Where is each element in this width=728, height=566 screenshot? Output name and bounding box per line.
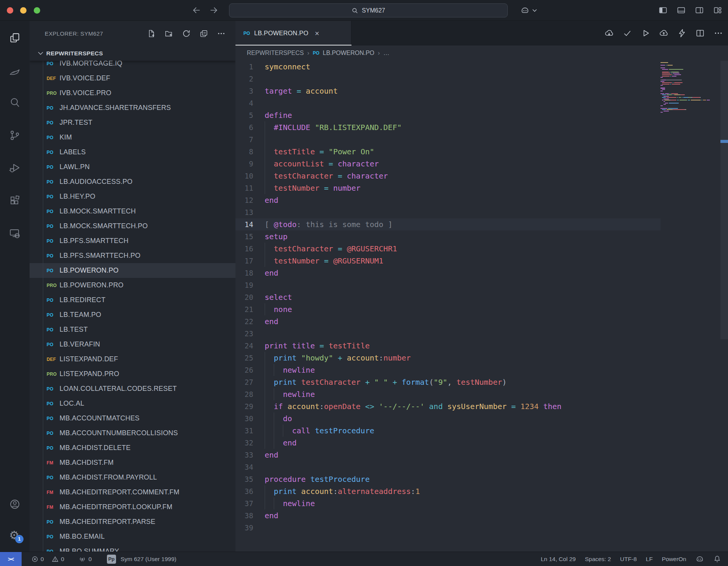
tree-item[interactable]: POLB.AUDIOACCESS.PO <box>30 174 235 189</box>
tree-item[interactable]: POLB.PFS.SMARTTECH.PO <box>30 248 235 263</box>
code-line[interactable]: 15setup <box>235 230 661 243</box>
tree-item[interactable]: DEFIVB.VOICE.DEF <box>30 71 235 86</box>
code-line[interactable]: 13 <box>235 206 661 218</box>
tree-item[interactable]: POMB.BO.EMAIL <box>30 529 235 544</box>
code-line[interactable]: 32end <box>235 437 661 449</box>
code-line[interactable]: 1symconnect <box>235 61 661 73</box>
problems-status[interactable]: 0 0 <box>31 556 64 563</box>
more-actions-icon[interactable] <box>714 28 723 38</box>
cloud-download-icon[interactable] <box>604 28 614 38</box>
tree-item[interactable]: POLB.POWERON.PO <box>30 263 235 278</box>
window-minimize-button[interactable] <box>20 7 27 14</box>
code-line[interactable]: 28newline <box>235 388 661 400</box>
tree-item[interactable]: PROLB.POWERON.PRO <box>30 278 235 293</box>
accounts-icon[interactable] <box>9 499 20 510</box>
run-and-debug-icon[interactable] <box>9 162 20 174</box>
code-line[interactable]: 21none <box>235 303 661 315</box>
copilot-status-icon[interactable] <box>695 555 704 563</box>
tab-close-icon[interactable]: × <box>315 30 319 37</box>
tree-item[interactable]: POMB.ACHDIST.DELETE <box>30 441 235 455</box>
remote-explorer-icon[interactable] <box>9 228 20 239</box>
tree-item[interactable]: PROLISTEXPAND.PRO <box>30 367 235 381</box>
tree-item[interactable]: POLAWL.PN <box>30 160 235 174</box>
notifications-bell-icon[interactable] <box>713 555 721 563</box>
code-line[interactable]: 16testCharacter = @RGUSERCHR1 <box>235 243 661 255</box>
tree-item[interactable]: POMB.ACHEDITREPORT.PARSE <box>30 514 235 529</box>
tree-item[interactable]: POLOC.AL <box>30 396 235 411</box>
code-line[interactable]: 7 <box>235 133 661 146</box>
encoding-setting[interactable]: UTF-8 <box>620 556 637 563</box>
code-line[interactable]: 31call testProcedure <box>235 425 661 437</box>
command-center-search[interactable]: SYM627 <box>229 3 508 17</box>
tree-item[interactable]: POLB.VERAFIN <box>30 337 235 352</box>
tree-item[interactable]: POMB.BO.SUMMARY <box>30 544 235 552</box>
split-editor-icon[interactable] <box>695 28 705 38</box>
code-line[interactable]: 33end <box>235 449 661 461</box>
extensions-icon[interactable] <box>9 195 20 206</box>
code-line[interactable]: 27print testCharacter + " " + format("9"… <box>235 376 661 388</box>
cloud-upload-icon[interactable] <box>659 28 668 38</box>
language-mode[interactable]: PowerOn <box>662 556 686 563</box>
eol-setting[interactable]: LF <box>646 556 653 563</box>
tree-section-repwriterspecs[interactable]: REPWRITERSPECS <box>30 46 235 61</box>
code-line[interactable]: 35procedure testProcedure <box>235 473 661 485</box>
tree-item[interactable]: DEFLISTEXPAND.DEF <box>30 352 235 367</box>
tree-item[interactable]: POLB.HEY.PO <box>30 189 235 204</box>
code-line[interactable]: 19 <box>235 279 661 291</box>
code-line[interactable]: 38end <box>235 510 661 522</box>
window-close-button[interactable] <box>7 7 13 14</box>
new-folder-icon[interactable] <box>165 29 173 38</box>
tree-item[interactable]: POLOAN.COLLATERAL.CODES.RESET <box>30 381 235 396</box>
tree-item[interactable]: PROIVB.VOICE.PRO <box>30 86 235 100</box>
collapse-folders-icon[interactable] <box>199 29 208 38</box>
code-line[interactable]: 11testNumber = number <box>235 182 661 194</box>
code-line[interactable]: 8testTitle = "Power On" <box>235 146 661 158</box>
code-line[interactable]: 5define <box>235 109 661 121</box>
code-line[interactable]: 26newline <box>235 364 661 376</box>
code-line[interactable]: 6#INCLUDE "RB.LISTEXPAND.DEF" <box>235 121 661 133</box>
breadcrumb-file[interactable]: LB.POWERON.PO <box>323 50 374 56</box>
more-actions-icon[interactable] <box>217 29 226 38</box>
tree-item[interactable]: POLB.REDIRECT <box>30 293 235 307</box>
check-icon[interactable] <box>623 28 632 38</box>
customize-layout-icon[interactable] <box>712 6 723 15</box>
code-line[interactable]: 14[ @todo: this is some todo ] <box>235 218 661 230</box>
code-line[interactable]: 23 <box>235 328 661 340</box>
code-line[interactable]: 25print "howdy" + account:number <box>235 352 661 364</box>
code-line[interactable]: 9accountList = character <box>235 158 661 170</box>
tree-item[interactable]: FMMB.ACHDIST.FM <box>30 455 235 470</box>
new-file-icon[interactable] <box>147 29 156 38</box>
run-icon[interactable] <box>641 28 650 38</box>
explorer-icon[interactable] <box>9 32 20 44</box>
toggle-primary-sidebar-icon[interactable] <box>658 6 668 15</box>
tree-item[interactable]: POLB.MOCK.SMARTTECH <box>30 204 235 219</box>
tree-item[interactable]: POLB.TEAM.PO <box>30 307 235 322</box>
search-icon[interactable] <box>9 97 20 108</box>
cursor-position[interactable]: Ln 14, Col 29 <box>541 556 576 563</box>
tree-item[interactable]: POMB.ACCOUNTNUMBERCOLLISIONS <box>30 426 235 441</box>
code-line[interactable]: 12end <box>235 194 661 206</box>
code-line[interactable]: 17testNumber = @RGUSERNUM1 <box>235 255 661 267</box>
minimap[interactable] <box>661 62 720 123</box>
toggle-panel-icon[interactable] <box>676 6 686 15</box>
window-zoom-button[interactable] <box>34 7 40 14</box>
settings-gear-icon[interactable]: ⚙ 1 <box>9 530 20 541</box>
tree-item[interactable]: FMMB.ACHEDITREPORT.LOOKUP.FM <box>30 500 235 514</box>
refresh-icon[interactable] <box>182 29 191 38</box>
code-line[interactable]: 18end <box>235 267 661 279</box>
code-line[interactable]: 4 <box>235 97 661 109</box>
tree-item[interactable]: POKIM <box>30 130 235 145</box>
indentation-setting[interactable]: Spaces: 2 <box>585 556 611 563</box>
code-line[interactable]: 37newline <box>235 497 661 510</box>
symitar-extension-icon[interactable] <box>9 66 20 77</box>
copilot-menu[interactable] <box>520 6 537 15</box>
code-line[interactable]: 29if account:openDate <> '--/--/--' and … <box>235 400 661 412</box>
breadcrumb-more[interactable]: … <box>383 50 389 56</box>
broadcast-status[interactable]: 0 <box>78 555 92 563</box>
tree-item[interactable]: POLABELS <box>30 145 235 160</box>
tree-item[interactable]: POMB.ACCOUNTMATCHES <box>30 411 235 426</box>
tree-item[interactable]: POJH.ADVANCE.SHARETRANSFERS <box>30 100 235 115</box>
navigate-forward-icon[interactable] <box>209 5 219 15</box>
editor-scrollbar[interactable] <box>720 61 728 339</box>
symitar-connection-status[interactable]: Pp Sym 627 (User 1999) <box>107 555 176 564</box>
